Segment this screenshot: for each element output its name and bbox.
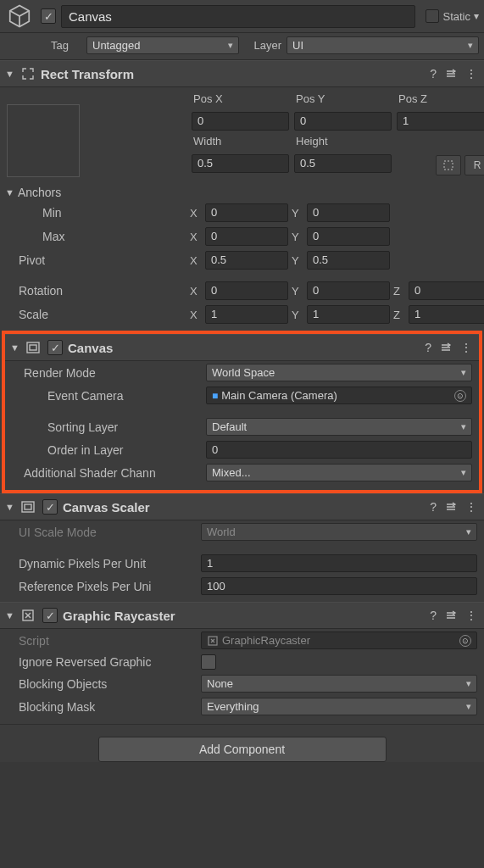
preset-icon[interactable] — [445, 609, 457, 621]
canvas-enabled-checkbox[interactable] — [47, 340, 63, 355]
script-field: GraphicRaycaster ⊙ — [201, 632, 477, 649]
camera-icon: ■ — [212, 390, 218, 402]
layer-dropdown[interactable]: UI▾ — [287, 36, 479, 54]
anchor-max-x-input[interactable]: 0 — [205, 227, 288, 246]
pivot-y-input[interactable]: 0.5 — [307, 251, 390, 270]
gameobject-name-input[interactable]: Canvas — [61, 5, 415, 28]
help-icon[interactable]: ? — [430, 500, 437, 514]
preset-icon[interactable] — [445, 68, 457, 80]
static-dropdown-icon[interactable]: ▾ — [474, 10, 479, 22]
kebab-menu-icon[interactable]: ⋮ — [465, 609, 477, 622]
preset-icon[interactable] — [440, 342, 452, 353]
svg-rect-3 — [30, 345, 36, 350]
posx-label: Pos X — [192, 92, 289, 110]
kebab-menu-icon[interactable]: ⋮ — [465, 67, 477, 81]
render-mode-label: Render Mode — [12, 366, 203, 380]
scale-row: Scale X 1 Y 1 Z 1 — [0, 303, 484, 331]
anchors-max-label: Max — [7, 230, 186, 243]
add-component-button[interactable]: Add Component — [98, 737, 387, 762]
foldout-icon: ▼ — [10, 342, 20, 353]
additional-shader-dropdown[interactable]: Mixed...▾ — [206, 464, 472, 481]
blocking-objects-label: Blocking Objects — [7, 677, 197, 691]
canvas-scaler-icon — [20, 499, 37, 515]
static-checkbox[interactable] — [426, 9, 439, 23]
blocking-objects-row: Blocking Objects None▾ — [0, 672, 484, 695]
rotation-x-input[interactable]: 0 — [205, 281, 288, 300]
pivot-x-input[interactable]: 0.5 — [205, 251, 288, 270]
graphic-raycaster-header[interactable]: ▼ Graphic Raycaster ? ⋮ — [0, 602, 484, 629]
canvas-scaler-enabled-checkbox[interactable] — [42, 499, 58, 515]
kebab-menu-icon[interactable]: ⋮ — [460, 341, 472, 354]
blocking-mask-dropdown[interactable]: Everything▾ — [201, 698, 477, 715]
scale-label: Scale — [7, 308, 186, 321]
rotation-z-input[interactable]: 0 — [409, 281, 484, 300]
posx-input[interactable]: 0 — [192, 112, 289, 131]
kebab-menu-icon[interactable]: ⋮ — [465, 500, 477, 514]
posz-label: Pos Z — [397, 92, 484, 110]
rect-transform-body: Pos X Pos Y Pos Z 0 0 1 Width Height 0.5… — [0, 87, 484, 181]
ignore-reversed-checkbox[interactable] — [201, 654, 216, 670]
static-label: Static — [442, 10, 470, 23]
scale-x-input[interactable]: 1 — [205, 305, 288, 324]
rect-transform-icon — [20, 66, 36, 81]
width-label: Width — [192, 135, 289, 153]
canvas-header[interactable]: ▼ Canvas ? ⋮ — [5, 334, 479, 361]
component-title: Canvas — [68, 341, 420, 355]
blocking-objects-dropdown[interactable]: None▾ — [201, 675, 477, 693]
tag-label: Tag — [51, 39, 81, 52]
ui-scale-mode-label: UI Scale Mode — [7, 526, 197, 539]
foldout-icon: ▼ — [5, 502, 15, 512]
gameobject-enabled-checkbox[interactable] — [41, 8, 56, 24]
blocking-mask-row: Blocking Mask Everything▾ — [0, 695, 484, 724]
blocking-mask-label: Blocking Mask — [7, 700, 197, 714]
foldout-icon: ▼ — [5, 610, 15, 620]
blueprint-mode-button[interactable] — [436, 155, 461, 175]
script-icon — [207, 635, 219, 647]
height-input[interactable]: 0.5 — [294, 154, 392, 173]
sorting-layer-label: Sorting Layer — [12, 420, 203, 434]
help-icon[interactable]: ? — [425, 341, 431, 354]
additional-shader-label: Additional Shader Chann — [12, 466, 203, 480]
dynamic-pixels-label: Dynamic Pixels Per Unit — [7, 557, 197, 570]
posy-input[interactable]: 0 — [294, 112, 392, 131]
anchors-min-label: Min — [7, 206, 186, 220]
anchor-max-y-input[interactable]: 0 — [307, 227, 390, 246]
rotation-y-input[interactable]: 0 — [307, 281, 390, 300]
anchor-min-y-input[interactable]: 0 — [307, 203, 390, 222]
graphic-raycaster-enabled-checkbox[interactable] — [42, 608, 58, 623]
help-icon[interactable]: ? — [430, 609, 437, 622]
help-icon[interactable]: ? — [430, 67, 437, 81]
additional-shader-row: Additional Shader Chann Mixed...▾ — [5, 461, 479, 490]
event-camera-field[interactable]: ■ Main Camera (Camera) ⊙ — [206, 387, 472, 404]
posz-input[interactable]: 1 — [397, 112, 484, 131]
sorting-layer-dropdown[interactable]: Default▾ — [206, 418, 472, 436]
object-picker-icon[interactable]: ⊙ — [454, 390, 466, 402]
gameobject-header: Canvas Static ▾ — [0, 0, 484, 33]
script-label: Script — [7, 634, 197, 648]
raw-edit-button[interactable]: R — [465, 155, 484, 175]
canvas-scaler-header[interactable]: ▼ Canvas Scaler ? ⋮ — [0, 493, 484, 520]
sorting-layer-row: Sorting Layer Default▾ — [5, 415, 479, 438]
rotation-row: Rotation X 0 Y 0 Z 0 — [0, 279, 484, 303]
rect-transform-header[interactable]: ▼ Rect Transform ? ⋮ — [0, 60, 484, 87]
scale-z-input[interactable]: 1 — [409, 305, 484, 324]
event-camera-label: Event Camera — [12, 389, 203, 403]
anchor-min-x-input[interactable]: 0 — [205, 203, 288, 222]
svg-rect-5 — [25, 504, 31, 509]
scale-y-input[interactable]: 1 — [307, 305, 390, 324]
preset-icon[interactable] — [445, 501, 457, 513]
order-in-layer-input[interactable]: 0 — [206, 441, 472, 459]
script-row: Script GraphicRaycaster ⊙ — [0, 629, 484, 652]
dynamic-pixels-input[interactable]: 1 — [201, 554, 477, 572]
tag-dropdown[interactable]: Untagged▾ — [86, 36, 239, 54]
anchors-max-row: Max X 0 Y 0 — [0, 225, 484, 248]
gameobject-icon — [7, 3, 32, 29]
reference-pixels-label: Reference Pixels Per Uni — [7, 580, 197, 593]
anchors-heading[interactable]: ▼Anchors — [0, 181, 484, 201]
object-picker-icon: ⊙ — [459, 635, 471, 647]
anchor-preset-button[interactable] — [7, 104, 80, 177]
svg-rect-1 — [444, 161, 453, 170]
reference-pixels-input[interactable]: 100 — [201, 577, 477, 595]
width-input[interactable]: 0.5 — [192, 154, 289, 173]
render-mode-dropdown[interactable]: World Space▾ — [206, 364, 472, 381]
